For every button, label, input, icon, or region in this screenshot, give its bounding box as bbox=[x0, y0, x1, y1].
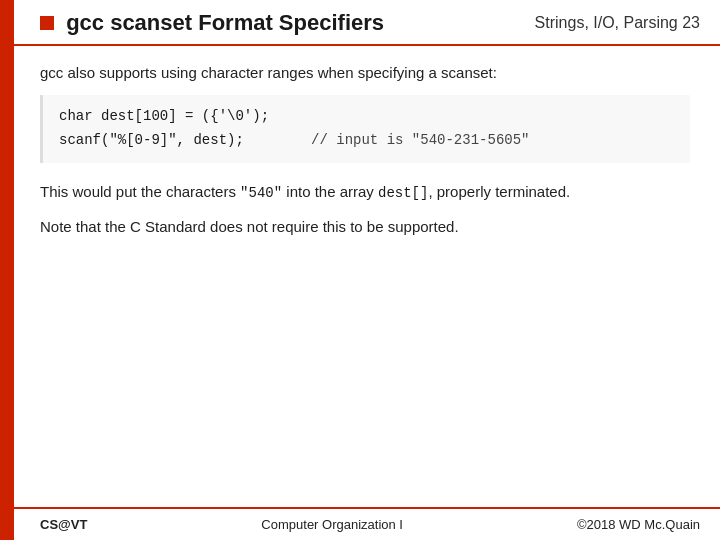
red-accent-bar bbox=[0, 0, 14, 540]
slide-header: gcc scanset Format Specifiers Strings, I… bbox=[14, 0, 720, 46]
intro-paragraph: gcc also supports using character ranges… bbox=[40, 64, 690, 81]
slide-subtitle: Strings, I/O, Parsing 23 bbox=[535, 14, 700, 32]
paragraph-2: Note that the C Standard does not requir… bbox=[40, 216, 690, 239]
red-square-icon bbox=[40, 16, 54, 30]
code-comment: // input is "540-231-5605" bbox=[311, 132, 529, 148]
slide-footer: CS@VT Computer Organization I ©2018 WD M… bbox=[14, 507, 720, 540]
paragraph-1: This would put the characters "540" into… bbox=[40, 181, 690, 204]
footer-left: CS@VT bbox=[40, 517, 87, 532]
code-block: char dest[100] = ({'\0'); scanf("%[0-9]"… bbox=[40, 95, 690, 163]
inline-code-1: "540" bbox=[240, 185, 282, 201]
slide-title: gcc scanset Format Specifiers bbox=[40, 10, 384, 36]
footer-right: ©2018 WD Mc.Quain bbox=[577, 517, 700, 532]
footer-center: Computer Organization I bbox=[261, 517, 403, 532]
slide: gcc scanset Format Specifiers Strings, I… bbox=[0, 0, 720, 540]
code-line-1: char dest[100] = ({'\0'); bbox=[59, 105, 674, 129]
inline-code-2: dest[] bbox=[378, 185, 428, 201]
code-line-2: scanf("%[0-9]", dest); // input is "540-… bbox=[59, 129, 674, 153]
slide-content: gcc also supports using character ranges… bbox=[14, 46, 720, 507]
